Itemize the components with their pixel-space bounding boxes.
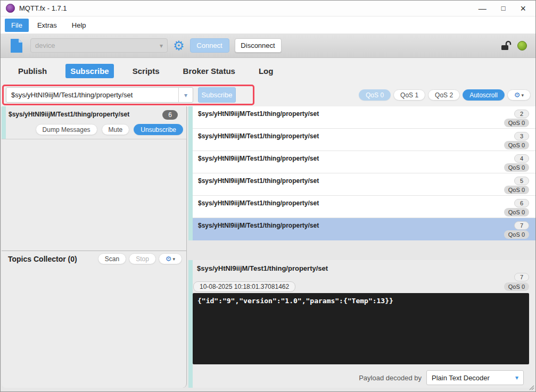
qos0-toggle[interactable]: QoS 0: [359, 89, 391, 101]
title-bar: MQTT.fx - 1.7.1 — □ ×: [1, 1, 535, 16]
subscription-topic: $sys/yHtNI9iijM/Test1/thing/property/set: [9, 111, 129, 118]
chevron-down-icon[interactable]: ▾: [178, 88, 193, 102]
message-detail-panel: $sys/yHtNI9iijM/Test1/thing/property/set…: [188, 260, 535, 388]
message-row[interactable]: $sys/yHtNI9iijM/Test1/thing/property/set…: [193, 151, 535, 173]
qos1-toggle[interactable]: QoS 1: [393, 89, 425, 101]
tab-scripts[interactable]: Scripts: [128, 64, 164, 78]
detail-timestamp: 10-08-2025 10:18:01.37081462: [193, 281, 295, 292]
message-topic: $sys/yHtNI9iijM/Test1/thing/property/set: [198, 132, 319, 140]
tab-publish[interactable]: Publish: [13, 64, 52, 78]
topics-collector-actions: Scan Stop ⚙▾: [98, 253, 182, 264]
connection-status: [501, 40, 529, 51]
decoder-select[interactable]: Plain Text Decoder ▾: [426, 370, 524, 385]
menu-extras[interactable]: Extras: [31, 19, 63, 32]
chevron-down-icon: ▾: [160, 42, 163, 49]
topics-collector-header: Topics Collector (0) Scan Stop ⚙▾: [2, 251, 186, 266]
message-qos-badge: QoS 0: [504, 208, 529, 216]
chevron-down-icon: ▾: [515, 374, 518, 381]
tab-subscribe[interactable]: Subscribe: [65, 64, 114, 78]
subscription-count-badge: 6: [162, 110, 178, 120]
detail-seq-badge: 7: [514, 273, 529, 281]
message-row-selected[interactable]: $sys/yHtNI9iijM/Test1/thing/property/set…: [193, 218, 535, 240]
dump-messages-button[interactable]: Dump Messages: [36, 124, 97, 135]
detail-topic: $sys/yHtNI9iijM/Test1/thing/property/set: [197, 264, 328, 272]
message-seq-badge: 3: [514, 132, 529, 140]
message-topic: $sys/yHtNI9iijM/Test1/thing/property/set: [198, 110, 319, 118]
subscription-accent-strip: [2, 106, 6, 139]
resize-grip[interactable]: [528, 384, 534, 390]
connection-settings-icon[interactable]: ⚙: [173, 39, 185, 52]
message-qos-badge: QoS 0: [504, 186, 529, 194]
subscribe-topic-value: $sys/yHtNI9iijM/Test1/thing/property/set: [6, 91, 178, 99]
message-topic: $sys/yHtNI9iijM/Test1/thing/property/set: [198, 222, 319, 229]
window-controls: — □ ×: [479, 4, 530, 13]
collector-settings-button[interactable]: ⚙▾: [159, 253, 182, 264]
subscriptions-panel: $sys/yHtNI9iijM/Test1/thing/property/set…: [2, 106, 187, 388]
tab-log[interactable]: Log: [254, 64, 278, 78]
message-row[interactable]: $sys/yHtNI9iijM/Test1/thing/property/set…: [193, 173, 535, 196]
maximize-icon[interactable]: □: [501, 5, 506, 12]
message-qos-badge: QoS 0: [504, 141, 529, 149]
subscribe-topic-input[interactable]: $sys/yHtNI9iijM/Test1/thing/property/set…: [6, 87, 193, 103]
topics-collector-title: Topics Collector (0): [8, 255, 77, 263]
message-seq-badge: 2: [514, 110, 529, 118]
connect-button[interactable]: Connect: [190, 38, 229, 53]
message-list-accent-strip: [188, 106, 193, 240]
message-seq-badge: 5: [514, 177, 529, 185]
autoscroll-toggle[interactable]: Autoscroll: [463, 89, 505, 101]
message-row[interactable]: $sys/yHtNI9iijM/Test1/thing/property/set…: [193, 196, 535, 218]
message-topic: $sys/yHtNI9iijM/Test1/thing/property/set: [198, 177, 319, 185]
scan-button[interactable]: Scan: [98, 253, 126, 264]
gear-icon: ⚙: [166, 255, 172, 262]
profile-select-value: device: [35, 41, 160, 49]
tab-bar: Publish Subscribe Scripts Broker Status …: [1, 58, 535, 84]
unsubscribe-button[interactable]: Unsubscribe: [134, 124, 183, 135]
menu-bar: File Extras Help: [1, 16, 535, 34]
subscribe-button[interactable]: Subscribe: [198, 87, 236, 103]
message-seq-badge: 7: [514, 221, 529, 230]
tab-broker-status[interactable]: Broker Status: [178, 64, 240, 78]
window-title: MQTT.fx - 1.7.1: [19, 4, 67, 12]
decoder-row: Payload decoded by Plain Text Decoder ▾: [359, 370, 524, 385]
gear-icon: ⚙: [514, 91, 521, 98]
subscribe-settings-button[interactable]: ⚙▾: [507, 89, 531, 101]
message-qos-badge: QoS 0: [504, 163, 529, 172]
new-profile-icon[interactable]: [10, 38, 23, 53]
message-row[interactable]: $sys/yHtNI9iijM/Test1/thing/property/set…: [193, 129, 535, 151]
disconnect-button[interactable]: Disconnect: [235, 38, 282, 53]
mute-button[interactable]: Mute: [102, 124, 130, 135]
message-row[interactable]: $sys/yHtNI9iijM/Test1/thing/property/set…: [193, 106, 535, 129]
message-seq-badge: 6: [514, 199, 529, 207]
message-topic: $sys/yHtNI9iijM/Test1/thing/property/set: [198, 155, 319, 162]
message-qos-badge: QoS 0: [504, 119, 529, 127]
minimize-icon[interactable]: —: [479, 4, 486, 12]
decoder-select-value: Plain Text Decoder: [432, 374, 515, 382]
stop-button[interactable]: Stop: [129, 253, 156, 264]
profile-select[interactable]: device ▾: [30, 38, 168, 53]
detail-accent-strip: [188, 260, 193, 388]
subscribe-controls-row: $sys/yHtNI9iijM/Test1/thing/property/set…: [1, 84, 535, 107]
chevron-down-icon: ▾: [172, 256, 175, 262]
connection-toolbar: device ▾ ⚙ Connect Disconnect: [1, 34, 535, 58]
subscription-actions: Dump Messages Mute Unsubscribe: [36, 124, 183, 135]
app-icon: [6, 4, 15, 13]
payload-viewer[interactable]: {"id":"9","version":"1.0","params":{"Tem…: [193, 293, 529, 364]
chevron-down-icon: ▾: [521, 93, 524, 98]
lock-open-icon: [501, 40, 513, 51]
menu-help[interactable]: Help: [65, 19, 93, 32]
subscription-item[interactable]: $sys/yHtNI9iijM/Test1/thing/property/set…: [2, 106, 186, 139]
decoder-label: Payload decoded by: [359, 374, 422, 382]
message-qos-badge: QoS 0: [504, 230, 529, 239]
message-rows: $sys/yHtNI9iijM/Test1/thing/property/set…: [193, 106, 535, 240]
close-icon[interactable]: ×: [520, 4, 526, 13]
message-list: $sys/yHtNI9iijM/Test1/thing/property/set…: [188, 106, 535, 240]
detail-qos-badge: QoS 0: [504, 282, 529, 291]
message-topic: $sys/yHtNI9iijM/Test1/thing/property/set: [198, 199, 319, 207]
mqttfx-window: MQTT.fx - 1.7.1 — □ × File Extras Help d…: [0, 0, 536, 392]
qos2-toggle[interactable]: QoS 2: [428, 89, 460, 101]
menu-file[interactable]: File: [5, 19, 29, 32]
subscribe-options: QoS 0 QoS 1 QoS 2 Autoscroll ⚙▾: [359, 89, 531, 101]
connection-status-indicator: [517, 41, 527, 51]
message-seq-badge: 4: [514, 154, 529, 163]
